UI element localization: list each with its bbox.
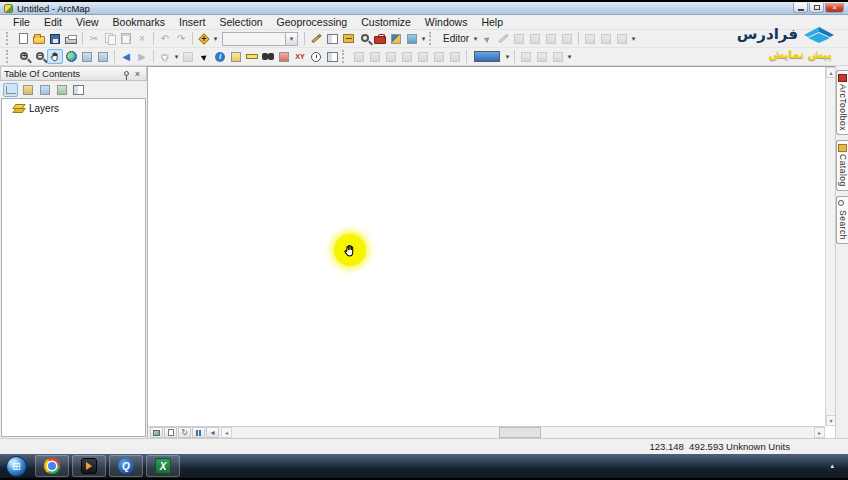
- tools-toolbar-grip[interactable]: [6, 50, 11, 63]
- pin-icon[interactable]: [121, 68, 132, 79]
- clear-selection-icon[interactable]: [180, 49, 196, 64]
- horizontal-scrollbar[interactable]: ◂ ▸: [221, 427, 825, 439]
- save-icon[interactable]: [47, 31, 63, 46]
- add-data-icon[interactable]: +: [196, 31, 212, 46]
- drawing-tool-icon[interactable]: [534, 49, 550, 64]
- redo-icon[interactable]: ↷: [173, 31, 189, 46]
- map-scale-input[interactable]: [223, 33, 285, 45]
- print-icon[interactable]: [63, 31, 79, 46]
- layout-fixed-zoom-in-icon[interactable]: [431, 49, 447, 64]
- toc-options-icon[interactable]: [71, 83, 86, 97]
- scroll-left-icon[interactable]: ◂: [221, 427, 232, 438]
- layout-zoom-in-icon[interactable]: [351, 49, 367, 64]
- open-folder-icon[interactable]: [31, 31, 47, 46]
- undo-icon[interactable]: ↶: [157, 31, 173, 46]
- taskbar-q-player[interactable]: Q: [109, 455, 143, 477]
- pan-tool-icon[interactable]: [47, 49, 63, 64]
- measure-icon[interactable]: [244, 49, 260, 64]
- symbol-color-dropdown-icon[interactable]: ▾: [504, 53, 511, 61]
- html-popup-icon[interactable]: [228, 49, 244, 64]
- add-data-dropdown-icon[interactable]: ▾: [212, 35, 219, 43]
- new-document-icon[interactable]: [15, 31, 31, 46]
- arctoolbox-window-icon[interactable]: [372, 31, 388, 46]
- symbol-color-swatch[interactable]: [470, 49, 504, 64]
- attributes-icon[interactable]: [614, 31, 630, 46]
- scroll-right-icon[interactable]: ▸: [814, 427, 825, 438]
- cut-icon[interactable]: ✂: [86, 31, 102, 46]
- menu-view[interactable]: View: [69, 15, 106, 30]
- editor-toolbar-grip[interactable]: [429, 32, 434, 45]
- cut-polygons-icon[interactable]: [598, 31, 614, 46]
- view-back-button[interactable]: ◂: [206, 427, 219, 438]
- find-route-icon[interactable]: [276, 49, 292, 64]
- layout-pan-icon[interactable]: [383, 49, 399, 64]
- start-button[interactable]: ⊞: [6, 456, 27, 477]
- window-tools-dropdown-icon[interactable]: ▾: [420, 35, 427, 43]
- sketch-tool-icon[interactable]: [495, 31, 511, 46]
- list-by-source-icon[interactable]: [20, 83, 35, 97]
- catalog-window-icon[interactable]: [340, 31, 356, 46]
- menu-help[interactable]: Help: [474, 15, 510, 30]
- layout-zoom-whole-page-icon[interactable]: [399, 49, 415, 64]
- straight-segment-icon[interactable]: [511, 31, 527, 46]
- horizontal-scroll-thumb[interactable]: [499, 427, 541, 438]
- search-window-icon[interactable]: [356, 31, 372, 46]
- menu-geoprocessing[interactable]: Geoprocessing: [270, 15, 355, 30]
- menu-bookmarks[interactable]: Bookmarks: [106, 15, 173, 30]
- menu-file[interactable]: File: [6, 15, 37, 30]
- editor-menu-label[interactable]: Editor: [438, 33, 472, 44]
- paste-icon[interactable]: [118, 31, 134, 46]
- layout-toolbar-grip[interactable]: [342, 50, 347, 63]
- toc-header[interactable]: Table Of Contents ×: [0, 66, 147, 81]
- layout-zoom-out-icon[interactable]: [367, 49, 383, 64]
- time-slider-icon[interactable]: [308, 49, 324, 64]
- maximize-button[interactable]: [809, 3, 824, 13]
- toc-close-icon[interactable]: ×: [132, 68, 143, 79]
- close-button[interactable]: ×: [825, 3, 844, 13]
- editor-more-dropdown-icon[interactable]: ▾: [630, 35, 637, 43]
- list-by-visibility-icon[interactable]: [37, 83, 52, 97]
- taskbar-media-player[interactable]: [72, 455, 106, 477]
- minimize-button[interactable]: [793, 3, 808, 13]
- point-tool-icon[interactable]: [543, 31, 559, 46]
- modelbuilder-icon[interactable]: [404, 31, 420, 46]
- zoom-in-icon[interactable]: +: [15, 49, 31, 64]
- table-of-contents-window-icon[interactable]: [324, 31, 340, 46]
- tray-expand-icon[interactable]: ▴: [830, 462, 834, 470]
- layers-tree-item[interactable]: Layers: [12, 103, 145, 114]
- drawing-more-dropdown-icon[interactable]: ▾: [566, 53, 573, 61]
- delete-icon[interactable]: ×: [134, 31, 150, 46]
- taskbar-excel[interactable]: X: [146, 455, 180, 477]
- snapping-icon[interactable]: [518, 49, 534, 64]
- edit-tool-icon[interactable]: [479, 31, 495, 46]
- reshape-feature-icon[interactable]: [582, 31, 598, 46]
- catalog-tab[interactable]: Catalog: [836, 140, 848, 191]
- text-tool-icon[interactable]: [550, 49, 566, 64]
- edit-vertices-icon[interactable]: [559, 31, 575, 46]
- find-icon[interactable]: [260, 49, 276, 64]
- full-extent-icon[interactable]: [63, 49, 79, 64]
- title-bar[interactable]: Untitled - ArcMap ×: [0, 2, 848, 15]
- back-extent-icon[interactable]: ◀: [118, 49, 134, 64]
- menu-customize[interactable]: Customize: [354, 15, 418, 30]
- select-elements-icon[interactable]: [196, 49, 212, 64]
- arctoolbox-tab[interactable]: ArcToolbox: [836, 70, 848, 135]
- forward-extent-icon[interactable]: ▶: [134, 49, 150, 64]
- editor-dropdown-icon[interactable]: ▾: [472, 35, 479, 43]
- editor-toolbar-toggle-icon[interactable]: [308, 31, 324, 46]
- list-by-selection-icon[interactable]: [54, 83, 69, 97]
- map-canvas[interactable]: [148, 67, 825, 426]
- search-tab[interactable]: Search: [836, 196, 848, 244]
- map-scale-combo[interactable]: ▾: [222, 32, 298, 46]
- menu-windows[interactable]: Windows: [418, 15, 475, 30]
- taskbar-chrome[interactable]: [35, 455, 69, 477]
- select-features-dropdown-icon[interactable]: ▾: [173, 53, 180, 61]
- trace-tool-icon[interactable]: [527, 31, 543, 46]
- fixed-zoom-out-icon[interactable]: [95, 49, 111, 64]
- menu-insert[interactable]: Insert: [172, 15, 212, 30]
- layout-zoom-100-icon[interactable]: [415, 49, 431, 64]
- vertical-scrollbar[interactable]: ▴ ▾: [825, 67, 835, 426]
- select-features-icon[interactable]: [157, 49, 173, 64]
- layout-view-button[interactable]: [164, 427, 177, 438]
- identify-icon[interactable]: i: [212, 49, 228, 64]
